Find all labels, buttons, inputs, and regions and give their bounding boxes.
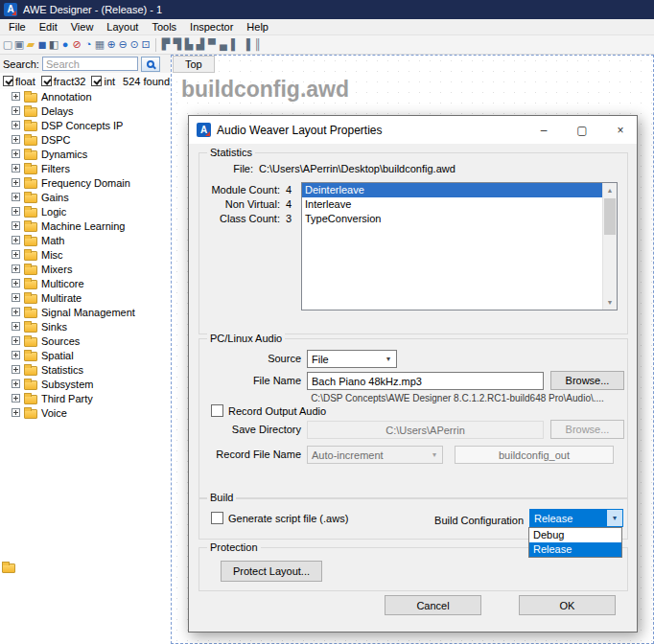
palette-folder-item[interactable]: Delays xyxy=(0,104,171,118)
align-bottom-left-icon[interactable]: ▙ xyxy=(183,37,195,53)
expand-plus-icon[interactable] xyxy=(12,408,20,417)
align-bottom-right-icon[interactable]: ▟ xyxy=(195,37,206,53)
record-output-checkbox[interactable]: Record Output Audio xyxy=(211,404,326,417)
docked-folder-icon[interactable] xyxy=(2,564,15,573)
search-button[interactable] xyxy=(141,57,160,72)
palette-folder-item[interactable]: Multicore xyxy=(0,276,171,290)
expand-plus-icon[interactable] xyxy=(12,193,20,201)
canvas-tab-top[interactable]: Top xyxy=(173,56,215,73)
align-right-edge-icon[interactable]: ▐ xyxy=(241,37,252,53)
zoom-fit-icon[interactable]: ⊡ xyxy=(140,37,152,53)
halt-icon[interactable]: ⊘ xyxy=(71,37,82,53)
expand-plus-icon[interactable] xyxy=(12,365,20,374)
palette-folder-item[interactable]: Spatial xyxy=(0,348,171,362)
generate-script-checkbox[interactable]: Generate script file (.aws) xyxy=(211,512,348,524)
palette-folder-item[interactable]: Sources xyxy=(0,334,171,348)
expand-plus-icon[interactable] xyxy=(12,250,20,259)
palette-folder-item[interactable]: Mixers xyxy=(0,262,171,276)
palette-folder-item[interactable]: DSP Concepts IP xyxy=(0,118,171,132)
scroll-down-icon[interactable]: ▼ xyxy=(603,295,617,310)
list-item[interactable]: TypeConversion xyxy=(302,212,602,226)
palette-folder-item[interactable]: Statistics xyxy=(0,362,171,377)
open-folder-icon[interactable]: ▰ xyxy=(25,37,36,53)
expand-plus-icon[interactable] xyxy=(12,380,20,388)
palette-folder-item[interactable]: Filters xyxy=(0,161,171,175)
list-scrollbar[interactable]: ▲ ▼ xyxy=(602,183,617,310)
scrollbar-thumb[interactable] xyxy=(604,198,616,235)
align-left-edge-icon[interactable]: ▌ xyxy=(229,37,241,53)
file-name-input[interactable] xyxy=(307,372,544,390)
palette-folder-item[interactable]: Annotation xyxy=(0,89,171,104)
filter-checkbox[interactable]: int xyxy=(91,76,115,87)
expand-plus-icon[interactable] xyxy=(12,264,20,273)
expand-plus-icon[interactable] xyxy=(12,336,20,345)
dropdown-option[interactable]: Release xyxy=(529,542,621,557)
palette-folder-item[interactable]: Voice xyxy=(0,405,171,420)
list-item[interactable]: Deinterleave xyxy=(302,183,602,197)
expand-plus-icon[interactable] xyxy=(12,106,20,115)
palette-folder-item[interactable]: DSPC xyxy=(0,132,171,147)
protect-layout-button[interactable]: Protect Layout... xyxy=(221,561,322,582)
palette-folder-item[interactable]: Frequency Domain xyxy=(0,175,171,190)
zoom-actual-icon[interactable]: ⊙ xyxy=(128,37,140,53)
menu-item[interactable]: Inspector xyxy=(183,21,240,33)
distribute-icon[interactable]: ║ xyxy=(252,37,264,53)
ok-button[interactable]: OK xyxy=(519,595,616,615)
palette-folder-item[interactable]: Machine Learning xyxy=(0,218,171,233)
close-button[interactable]: × xyxy=(604,116,637,144)
expand-plus-icon[interactable] xyxy=(12,164,20,172)
expand-plus-icon[interactable] xyxy=(12,207,20,216)
search-input[interactable] xyxy=(42,57,138,71)
palette-folder-item[interactable]: Signal Management xyxy=(0,305,171,319)
menu-item[interactable]: File xyxy=(2,21,33,33)
palette-folder-item[interactable]: Logic xyxy=(0,204,171,218)
menu-item[interactable]: Tools xyxy=(145,21,183,33)
filter-checkbox[interactable]: fract32 xyxy=(41,76,86,87)
build-run-icon[interactable]: ● xyxy=(59,37,71,53)
source-combobox[interactable]: File ▾ xyxy=(307,350,397,368)
palette-folder-item[interactable]: Sinks xyxy=(0,319,171,334)
expand-plus-icon[interactable] xyxy=(12,279,20,288)
maximize-button[interactable]: ▢ xyxy=(566,116,598,144)
expand-plus-icon[interactable] xyxy=(12,178,20,187)
menu-item[interactable]: View xyxy=(64,21,101,33)
hardware-icon[interactable]: ▦ xyxy=(94,37,105,53)
cancel-button[interactable]: Cancel xyxy=(385,595,481,615)
menu-item[interactable]: Edit xyxy=(33,21,64,33)
expand-plus-icon[interactable] xyxy=(12,92,20,101)
build-configuration-combobox[interactable]: Release ▾ xyxy=(529,509,623,527)
zoom-out-icon[interactable]: ⊖ xyxy=(117,37,128,53)
align-top-icon[interactable]: ▀ xyxy=(206,37,218,53)
profile-icon[interactable]: ◔ xyxy=(82,37,94,53)
align-left-icon[interactable]: ▛ xyxy=(160,37,172,53)
palette-folder-item[interactable]: Math xyxy=(0,233,171,247)
zoom-in-icon[interactable]: ⊕ xyxy=(105,37,117,53)
palette-folder-item[interactable]: Multirate xyxy=(0,290,171,305)
save-icon[interactable]: ◼ xyxy=(36,37,48,53)
list-item[interactable]: Interleave xyxy=(302,197,602,212)
expand-plus-icon[interactable] xyxy=(12,308,20,316)
expand-plus-icon[interactable] xyxy=(12,322,20,331)
palette-folder-item[interactable]: Misc xyxy=(0,247,171,262)
minimize-button[interactable]: – xyxy=(527,116,560,144)
dropdown-option[interactable]: Debug xyxy=(529,528,621,542)
palette-folder-item[interactable]: Dynamics xyxy=(0,147,171,161)
expand-plus-icon[interactable] xyxy=(12,121,20,129)
expand-plus-icon[interactable] xyxy=(12,236,20,244)
expand-plus-icon[interactable] xyxy=(12,221,20,230)
scroll-up-icon[interactable]: ▲ xyxy=(603,183,617,197)
menu-item[interactable]: Layout xyxy=(100,21,145,33)
align-right-icon[interactable]: ▜ xyxy=(172,37,183,53)
palette-folder-item[interactable]: Subsystem xyxy=(0,377,171,391)
expand-plus-icon[interactable] xyxy=(12,394,20,402)
dialog-titlebar[interactable]: A Audio Weaver Layout Properties – ▢ × xyxy=(189,116,637,144)
align-bottom-icon[interactable]: ▄ xyxy=(218,37,229,53)
expand-plus-icon[interactable] xyxy=(12,150,20,158)
palette-folder-item[interactable]: Gains xyxy=(0,190,171,204)
new-layout-icon[interactable]: ▢ xyxy=(2,37,13,53)
browse-button[interactable]: Browse... xyxy=(550,371,624,390)
filter-checkbox[interactable]: float xyxy=(3,76,35,87)
expand-plus-icon[interactable] xyxy=(12,293,20,302)
menu-item[interactable]: Help xyxy=(240,21,275,33)
palette-folder-item[interactable]: Third Party xyxy=(0,391,171,405)
